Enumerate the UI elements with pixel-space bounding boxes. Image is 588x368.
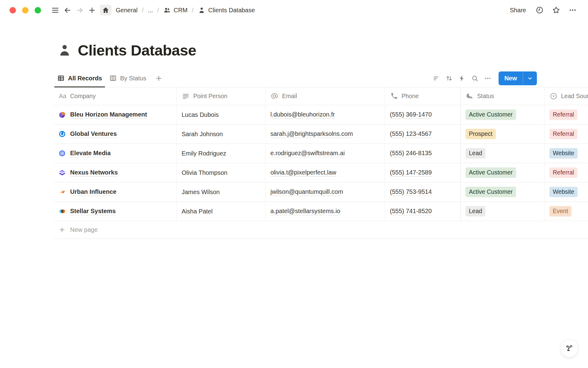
breadcrumb-item-clients-database[interactable]: Clients Database xyxy=(197,6,256,15)
page-header: Clients Database xyxy=(58,42,588,59)
lead-source-badge[interactable]: Referral xyxy=(549,129,577,139)
notion-ai-face-button[interactable] xyxy=(560,339,578,357)
sort-icon[interactable] xyxy=(443,72,456,85)
table-row[interactable]: Global Ventures Sarah Johnson sarah.j@br… xyxy=(54,125,588,144)
new-page-label: New page xyxy=(70,226,98,233)
status-badge[interactable]: Active Customer xyxy=(466,167,516,178)
table-row[interactable]: Stellar Systems Aisha Patel a.patel@stel… xyxy=(54,202,588,221)
column-header-point-person[interactable]: Point Person xyxy=(176,87,265,105)
share-button[interactable]: Share xyxy=(507,5,529,16)
phone-cell[interactable]: (555) 147-2589 xyxy=(390,169,432,177)
breadcrumb-separator: / xyxy=(142,7,144,14)
updates-clock-icon[interactable] xyxy=(533,4,546,16)
search-icon[interactable] xyxy=(469,72,481,85)
lead-source-badge[interactable]: Referral xyxy=(549,109,577,120)
new-record-button[interactable]: New xyxy=(499,71,537,85)
email-cell[interactable]: l.dubois@bleuhorizon.fr xyxy=(270,111,335,119)
phone-icon xyxy=(390,92,398,100)
table-header-row: Aa Company Point Person Email Phone xyxy=(54,87,588,105)
view-options-ellipsis-icon[interactable] xyxy=(481,72,494,85)
table-view-icon xyxy=(57,75,65,82)
new-button-label[interactable]: New xyxy=(499,71,523,85)
forward-icon[interactable] xyxy=(74,4,86,16)
company-cell[interactable]: Global Ventures xyxy=(54,125,176,144)
column-header-email[interactable]: Email xyxy=(265,87,385,105)
zoom-window-button[interactable] xyxy=(35,7,41,13)
automations-zap-icon[interactable] xyxy=(456,72,469,85)
email-cell[interactable]: olivia.t@pixelperfect.law xyxy=(270,169,336,177)
status-badge[interactable]: Lead xyxy=(466,206,485,216)
phone-cell[interactable]: (555) 246-8135 xyxy=(390,150,432,157)
breadcrumb-separator: / xyxy=(192,7,194,14)
new-button-chevron-down-icon[interactable] xyxy=(523,71,537,85)
text-lines-icon xyxy=(182,92,190,100)
email-cell[interactable]: sarah.j@brightsparksolns.com xyxy=(270,130,353,138)
board-view-icon xyxy=(109,75,117,82)
breadcrumb-ellipsis[interactable]: ... xyxy=(147,6,154,14)
topbar-actions: Share xyxy=(507,4,579,16)
plus-icon xyxy=(58,226,66,233)
table-row[interactable]: Bleu Horizon Management Lucas Dubois l.d… xyxy=(54,105,588,125)
more-options-icon[interactable] xyxy=(567,4,579,16)
tab-by-status[interactable]: By Status xyxy=(106,69,150,87)
person-icon xyxy=(58,43,72,57)
email-cell[interactable]: a.patel@stellarsystems.io xyxy=(270,208,340,215)
point-person-cell[interactable]: Lucas Dubois xyxy=(182,111,219,118)
add-view-icon[interactable] xyxy=(153,72,165,85)
favorite-star-icon[interactable] xyxy=(550,4,562,16)
select-property-icon xyxy=(549,92,558,100)
sidebar-menu-icon[interactable] xyxy=(49,4,61,16)
company-cell[interactable]: Bleu Horizon Management xyxy=(54,105,176,124)
text-property-icon: Aa xyxy=(58,92,67,100)
column-header-phone[interactable]: Phone xyxy=(385,87,460,105)
new-page-row[interactable]: New page xyxy=(54,221,588,239)
breadcrumb-separator: / xyxy=(157,7,159,14)
email-cell[interactable]: jwilson@quantumquill.com xyxy=(270,188,343,196)
company-cell[interactable]: Urban Influence xyxy=(54,182,176,201)
email-cell[interactable]: e.rodriguez@swiftstream.ai xyxy=(270,150,345,157)
close-window-button[interactable] xyxy=(9,7,16,13)
company-cell[interactable]: Nexus Networks xyxy=(54,163,176,182)
company-cell[interactable]: Elevate Media xyxy=(54,144,176,163)
point-person-cell[interactable]: Sarah Johnson xyxy=(182,131,223,138)
lead-source-badge[interactable]: Referral xyxy=(549,167,577,178)
minimize-window-button[interactable] xyxy=(22,7,28,13)
phone-cell[interactable]: (555) 753-9514 xyxy=(390,188,432,196)
company-cell[interactable]: Stellar Systems xyxy=(54,202,176,221)
status-property-icon xyxy=(466,92,474,100)
page-title: Clients Database xyxy=(78,42,196,59)
phone-cell[interactable]: (555) 741-8520 xyxy=(390,208,432,215)
table-row[interactable]: Urban Influence James Wilson jwilson@qua… xyxy=(54,182,588,202)
point-person-cell[interactable]: Olivia Thompson xyxy=(182,169,228,176)
new-tab-icon[interactable] xyxy=(86,4,98,16)
filter-icon[interactable] xyxy=(430,72,443,85)
column-header-company[interactable]: Aa Company xyxy=(54,87,176,105)
column-header-lead-source[interactable]: Lead Source xyxy=(544,87,588,105)
home-icon[interactable] xyxy=(100,5,111,15)
point-person-cell[interactable]: Aisha Patel xyxy=(182,208,213,215)
pie-orange-purple-logo xyxy=(58,111,66,118)
back-icon[interactable] xyxy=(61,4,74,16)
point-person-cell[interactable]: James Wilson xyxy=(182,189,220,196)
blue-spiral-logo xyxy=(58,150,66,157)
point-person-cell[interactable]: Emily Rodriguez xyxy=(182,150,226,157)
status-badge[interactable]: Active Customer xyxy=(466,187,516,197)
status-badge[interactable]: Prospect xyxy=(466,129,496,139)
column-header-status[interactable]: Status xyxy=(460,87,544,105)
ai-face-icon xyxy=(564,343,575,354)
phone-cell[interactable]: (555) 123-4567 xyxy=(390,130,432,138)
tab-all-records[interactable]: All Records xyxy=(54,69,106,87)
lead-source-badge[interactable]: Event xyxy=(549,206,571,216)
table-row[interactable]: Nexus Networks Olivia Thompson olivia.t@… xyxy=(54,163,588,182)
table-row[interactable]: Elevate Media Emily Rodriguez e.rodrigue… xyxy=(54,144,588,163)
orange-stripes-logo xyxy=(58,188,66,196)
phone-cell[interactable]: (555) 369-1470 xyxy=(390,111,432,119)
breadcrumb-item-crm[interactable]: CRM xyxy=(162,6,189,15)
breadcrumb: General / ... / CRM / Clients Database xyxy=(100,5,256,15)
status-badge[interactable]: Active Customer xyxy=(466,109,516,120)
lead-source-badge[interactable]: Website xyxy=(549,187,578,197)
breadcrumb-item-general[interactable]: General xyxy=(115,6,139,14)
lead-source-badge[interactable]: Website xyxy=(549,148,578,158)
blue-swirl-logo xyxy=(58,130,66,138)
status-badge[interactable]: Lead xyxy=(466,148,485,158)
